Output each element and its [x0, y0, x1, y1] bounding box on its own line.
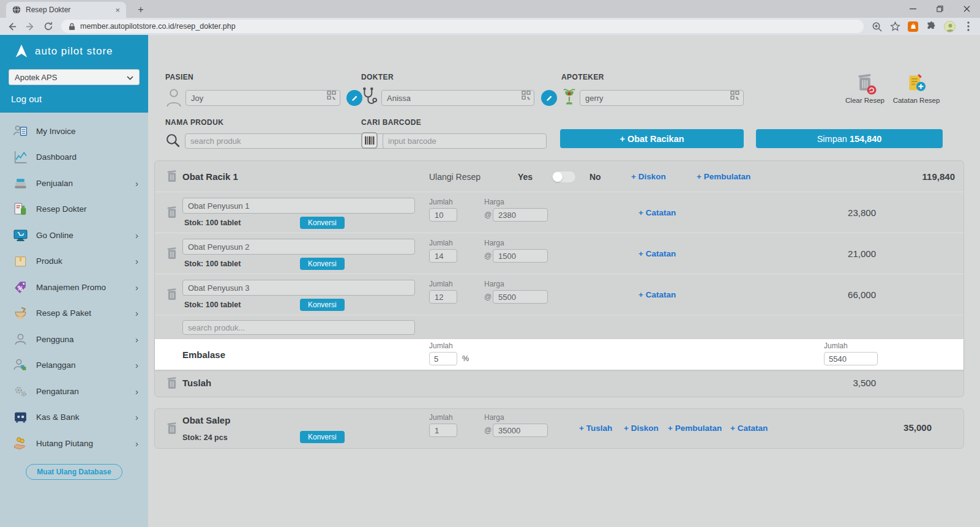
sidebar-item-pengguna[interactable]: Pengguna ›: [0, 326, 148, 353]
add-diskon-link[interactable]: + Diskon: [624, 424, 659, 433]
shopping-extension-icon[interactable]: [908, 21, 918, 32]
add-pembulatan-link[interactable]: + Pembulatan: [697, 172, 750, 181]
sidebar-item-resep-dokter[interactable]: Resep Dokter: [0, 196, 148, 223]
sidebar-item-my-invoice[interactable]: My Invoice: [0, 118, 148, 144]
sidebar-item-kas-bank[interactable]: Kas & Bank ›: [0, 405, 148, 431]
delete-racik-trash-icon[interactable]: [166, 170, 178, 183]
sidebar-item-penjualan[interactable]: Penjualan ›: [0, 170, 148, 196]
sidebar-item-dashboard[interactable]: Dashboard: [0, 144, 148, 171]
brand-text: auto pilot store: [35, 45, 113, 58]
add-catatan-link[interactable]: + Catatan: [638, 249, 676, 258]
sidebar-item-manajemen-promo[interactable]: Manajemen Promo ›: [0, 274, 148, 301]
logout-link[interactable]: Log out: [9, 94, 140, 104]
extensions-puzzle-icon[interactable]: [926, 21, 937, 32]
new-tab-button[interactable]: +: [133, 4, 148, 16]
menu-kebab-icon[interactable]: [963, 21, 974, 32]
konversi-button[interactable]: Konversi: [300, 431, 345, 443]
window-minimize-button[interactable]: [899, 0, 926, 18]
simpan-amount: 154,840: [850, 134, 881, 144]
delete-ingredient-trash-icon[interactable]: [166, 247, 178, 260]
browser-toolbar: member.autopilotstore.co.id/resep_dokter…: [0, 18, 980, 35]
harga-input[interactable]: [493, 290, 548, 304]
store-select[interactable]: Apotek APS: [9, 69, 140, 85]
salep-item-card: Obat Salep Stok: 24 pcs Konversi Jumlah …: [154, 408, 964, 449]
jumlah-input[interactable]: [429, 290, 457, 304]
reload-database-button[interactable]: Muat Ulang Database: [26, 464, 122, 480]
apoteker-input[interactable]: [580, 90, 744, 106]
delete-tuslah-trash-icon[interactable]: [166, 376, 178, 390]
ingredient-amount: 66,000: [848, 290, 876, 300]
qr-scan-icon[interactable]: [730, 91, 739, 102]
clear-resep-trash-icon: [856, 73, 873, 95]
jumlah-input[interactable]: [429, 249, 457, 263]
jumlah-input[interactable]: [429, 208, 457, 222]
barcode-input[interactable]: [383, 133, 547, 149]
delete-ingredient-trash-icon[interactable]: [166, 206, 178, 219]
pasien-input[interactable]: [185, 90, 340, 106]
window-restore-button[interactable]: [926, 0, 953, 18]
qr-scan-icon[interactable]: [327, 91, 336, 102]
bookmark-star-icon[interactable]: [889, 21, 900, 32]
jumlah-label: Jumlah: [429, 280, 453, 288]
ingredient-name-input[interactable]: [182, 198, 415, 214]
konversi-button[interactable]: Konversi: [300, 258, 345, 270]
sidebar-item-pelanggan[interactable]: Pelanggan ›: [0, 353, 148, 379]
konversi-button[interactable]: Konversi: [300, 299, 345, 311]
package-box-icon: [12, 253, 28, 269]
forward-icon[interactable]: [24, 21, 36, 32]
add-pembulatan-link[interactable]: + Pembulatan: [668, 424, 722, 433]
konversi-button[interactable]: Konversi: [300, 217, 345, 229]
ingredient-name-input[interactable]: [182, 239, 415, 255]
back-icon[interactable]: [6, 21, 17, 32]
window-close-button[interactable]: [953, 0, 980, 18]
sidebar-item-pengaturan[interactable]: Pengaturan ›: [0, 378, 148, 405]
dokter-input[interactable]: [381, 90, 534, 106]
delete-ingredient-trash-icon[interactable]: [166, 288, 178, 301]
harga-input[interactable]: [493, 249, 548, 263]
pharmacy-bowl-icon: [561, 87, 577, 109]
add-diskon-link[interactable]: + Diskon: [631, 172, 666, 181]
delete-salep-trash-icon[interactable]: [166, 422, 178, 435]
harga-input[interactable]: [493, 424, 548, 437]
harga-label: Harga: [484, 280, 504, 288]
sidebar-item-produk[interactable]: Produk ›: [0, 249, 148, 275]
chevron-right-icon: ›: [135, 360, 138, 370]
add-catatan-link[interactable]: + Catatan: [730, 424, 768, 433]
profile-avatar[interactable]: [944, 21, 956, 32]
jumlah-input[interactable]: [429, 424, 457, 437]
url-bar[interactable]: member.autopilotstore.co.id/resep_dokter…: [61, 20, 864, 33]
simpan-button[interactable]: Simpan 154,840: [756, 129, 943, 148]
tab-close-icon[interactable]: ×: [115, 6, 120, 15]
catatan-resep-button[interactable]: Catatan Resep: [892, 73, 940, 104]
pasien-edit-button[interactable]: [346, 90, 362, 106]
dokter-edit-button[interactable]: [541, 90, 557, 106]
embalase-percent-input[interactable]: [429, 352, 457, 365]
harga-input[interactable]: [493, 208, 548, 222]
sidebar: auto pilot store Apotek APS Log out My I…: [0, 35, 148, 527]
obat-racikan-button[interactable]: + Obat Racikan: [560, 129, 744, 148]
add-tuslah-link[interactable]: + Tuslah: [579, 424, 612, 433]
chevron-right-icon: ›: [135, 256, 138, 266]
add-ingredient-search-input[interactable]: [182, 320, 415, 335]
chevron-down-icon: [127, 73, 133, 82]
zoom-icon[interactable]: [871, 21, 882, 32]
browser-tab[interactable]: Resep Dokter ×: [6, 2, 126, 18]
apoteker-group: APOTEKER: [561, 73, 757, 108]
clear-resep-button[interactable]: Clear Resep: [841, 73, 889, 104]
url-text: member.autopilotstore.co.id/resep_dokter…: [80, 22, 236, 31]
sidebar-item-hutang-piutang[interactable]: Hutang Piutang ›: [0, 430, 148, 457]
sidebar-item-resep-paket[interactable]: Resep & Paket ›: [0, 301, 148, 327]
gear-icon: [12, 383, 28, 399]
stethoscope-icon: [361, 87, 377, 109]
sidebar-item-label: Penjualan: [36, 179, 135, 188]
add-catatan-link[interactable]: + Catatan: [638, 208, 676, 217]
dokter-group: DOKTER: [361, 73, 563, 108]
add-catatan-link[interactable]: + Catatan: [638, 290, 676, 299]
reload-icon[interactable]: [43, 21, 54, 32]
ingredient-name-input[interactable]: [182, 280, 415, 296]
ulangi-resep-toggle[interactable]: [552, 171, 576, 183]
sidebar-item-go-online[interactable]: Go Online ›: [0, 222, 148, 249]
qr-scan-icon[interactable]: [522, 91, 531, 102]
embalase-amount-input[interactable]: [824, 352, 878, 365]
ingredient-stok: Stok: 100 tablet: [184, 301, 241, 309]
